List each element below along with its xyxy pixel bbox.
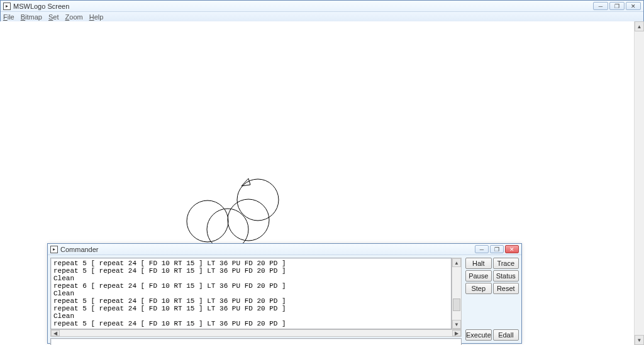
menu-bitmap[interactable]: Bitmap	[21, 13, 42, 21]
commander-titlebar: ▸ Commander ─ ❐ ✕	[48, 244, 521, 255]
scrollbar-thumb[interactable]	[453, 298, 460, 311]
status-button[interactable]: Status	[493, 270, 519, 282]
scroll-up-icon[interactable]: ▲	[635, 21, 644, 31]
commander-side-buttons: Halt Trace Pause Status Step Reset	[465, 258, 519, 295]
reset-button[interactable]: Reset	[493, 283, 519, 294]
maximize-button[interactable]: ❐	[609, 2, 625, 10]
commander-minimize-button[interactable]: ─	[475, 245, 489, 253]
scroll-up-icon[interactable]: ▲	[452, 258, 461, 267]
close-button[interactable]: ✕	[626, 2, 641, 10]
halt-button[interactable]: Halt	[465, 258, 492, 269]
edall-button[interactable]: Edall	[493, 329, 519, 341]
commander-icon: ▸	[50, 246, 58, 253]
menu-bar: File Bitmap Set Zoom Help	[1, 12, 643, 22]
pause-button[interactable]: Pause	[465, 270, 492, 282]
window-title: MSWLogo Screen	[13, 3, 69, 10]
scroll-right-icon[interactable]: ▶	[452, 330, 461, 336]
main-titlebar: ▸ MSWLogo Screen ─ ❐ ✕	[1, 1, 643, 12]
commander-bottom-buttons: Execute Edall	[465, 329, 519, 341]
scroll-down-icon[interactable]: ▼	[635, 335, 644, 345]
minimize-button[interactable]: ─	[593, 2, 608, 10]
app-icon: ▸	[3, 3, 11, 10]
step-button[interactable]: Step	[465, 283, 492, 294]
canvas-vertical-scrollbar[interactable]: ▲ ▼	[634, 21, 644, 345]
commander-maximize-button[interactable]: ❐	[490, 245, 504, 253]
window-controls: ─ ❐ ✕	[593, 2, 641, 10]
trace-button[interactable]: Trace	[493, 258, 519, 269]
command-history[interactable]: repeat 5 [ repeat 24 [ FD 10 RT 15 ] LT …	[50, 258, 452, 329]
scroll-down-icon[interactable]: ▼	[452, 320, 461, 329]
execute-button[interactable]: Execute	[465, 329, 492, 341]
menu-zoom[interactable]: Zoom	[65, 13, 83, 21]
svg-marker-4	[242, 178, 250, 186]
command-input[interactable]	[50, 338, 462, 345]
menu-file[interactable]: File	[3, 13, 14, 21]
menu-set[interactable]: Set	[48, 13, 59, 21]
svg-point-0	[187, 200, 228, 242]
commander-window: ▸ Commander ─ ❐ ✕ repeat 5 [ repeat 24 […	[47, 243, 522, 344]
command-input-wrap	[50, 338, 462, 345]
menu-help[interactable]: Help	[89, 13, 104, 21]
history-vertical-scrollbar[interactable]: ▲ ▼	[452, 258, 462, 329]
commander-close-button[interactable]: ✕	[505, 245, 519, 253]
history-horizontal-scrollbar[interactable]: ◀ ▶	[50, 329, 462, 337]
scroll-left-icon[interactable]: ◀	[51, 330, 60, 336]
commander-title: Commander	[60, 246, 99, 253]
